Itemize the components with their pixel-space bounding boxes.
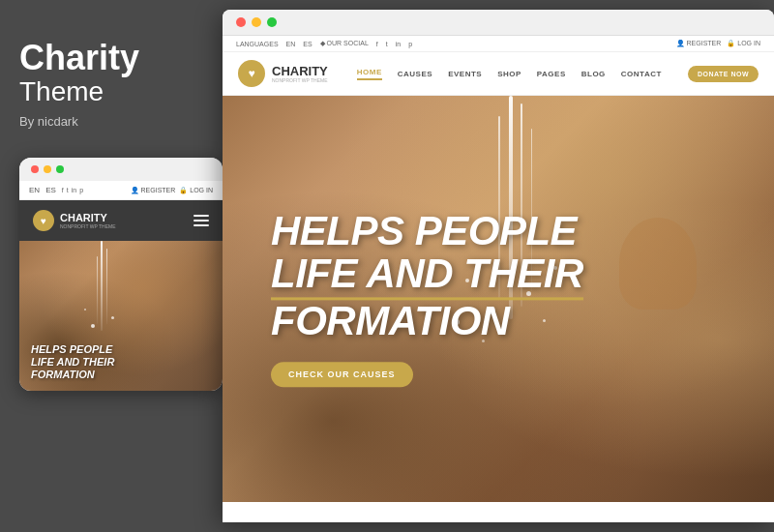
pinterest-icon[interactable]: p	[79, 187, 83, 193]
mobile-hero-title-line3: FORMATION	[31, 369, 114, 381]
desktop-pinterest-icon[interactable]: p	[408, 41, 412, 47]
nav-link-contact[interactable]: CONTACT	[621, 70, 662, 78]
left-panel: Charity Theme By nicdark EN ES f t in p	[0, 0, 237, 532]
linkedin-icon[interactable]: in	[72, 187, 76, 193]
nav-link-shop[interactable]: SHOP	[497, 70, 521, 78]
desktop-logo-text: CHARITY	[272, 65, 328, 77]
nav-link-causes[interactable]: CAUSES	[398, 70, 432, 78]
mobile-logo: ♥ CHARITY NONPROFIT WP THEME	[33, 210, 116, 231]
twitter-icon[interactable]: t	[67, 187, 69, 193]
desktop-topbar-left: LANGUAGES EN ES ◆ OUR SOCIAL f t in p	[236, 40, 412, 47]
desktop-topbar: LANGUAGES EN ES ◆ OUR SOCIAL f t in p 👤 …	[223, 36, 774, 52]
desktop-linkedin-icon[interactable]: in	[396, 41, 401, 47]
desktop-mockup: LANGUAGES EN ES ◆ OUR SOCIAL f t in p 👤 …	[223, 10, 774, 522]
facebook-icon[interactable]: f	[62, 187, 64, 193]
mobile-lang-es[interactable]: ES	[45, 186, 56, 194]
mobile-logo-tagline: NONPROFIT WP THEME	[60, 223, 116, 229]
mobile-hero-title-line2: LIFE AND THEIR	[31, 356, 114, 369]
mobile-topbar: EN ES f t in p 👤 REGISTER 🔒 LOG IN	[19, 181, 223, 200]
mobile-login-link[interactable]: 🔒 LOG IN	[179, 187, 213, 194]
hero-cta-button[interactable]: CHECK OUR CAUSES	[271, 363, 413, 388]
lang-en[interactable]: EN	[286, 41, 296, 47]
mobile-logo-icon: ♥	[33, 210, 54, 231]
desktop-nav-links: HOME CAUSES EVENTS SHOP PAGES BLOG CONTA…	[357, 68, 688, 80]
mobile-hero-text: HELPS PEOPLE LIFE AND THEIR FORMATION	[31, 343, 114, 382]
mobile-register-link[interactable]: 👤 REGISTER	[131, 187, 176, 194]
mobile-dot-yellow	[44, 165, 51, 173]
mobile-titlebar	[19, 158, 223, 181]
nav-link-blog[interactable]: BLOG	[581, 70, 606, 78]
desktop-hero: HELPS PEOPLE LIFE AND THEIR FORMATION CH…	[223, 96, 774, 502]
hamburger-line	[194, 220, 209, 222]
desktop-logo-icon: ♥	[238, 60, 265, 87]
hero-content: HELPS PEOPLE LIFE AND THEIR FORMATION CH…	[271, 210, 583, 387]
desktop-titlebar	[223, 10, 774, 36]
mobile-social-icons: f t in p	[62, 187, 83, 193]
desktop-logo: ♥ CHARITY NONPROFIT WP THEME	[238, 60, 328, 87]
theme-author: By nicdark	[19, 114, 218, 129]
desktop-login-link[interactable]: 🔒 LOG IN	[727, 40, 760, 47]
hamburger-line	[194, 215, 209, 217]
nav-link-pages[interactable]: PAGES	[537, 70, 566, 78]
lang-es[interactable]: ES	[303, 41, 312, 47]
desktop-dot-yellow	[252, 17, 261, 27]
nav-link-home[interactable]: HOME	[357, 68, 382, 80]
mobile-hero-title-line1: HELPS PEOPLE	[31, 343, 114, 356]
mobile-lang-en[interactable]: EN	[29, 186, 40, 194]
mobile-hero: HELPS PEOPLE LIFE AND THEIR FORMATION	[19, 241, 223, 391]
hero-title-line2: LIFE AND THEIR	[271, 252, 583, 300]
theme-title: Charity	[19, 39, 218, 77]
mobile-topbar-right: 👤 REGISTER 🔒 LOG IN	[131, 187, 213, 194]
mobile-logo-text: CHARITY	[60, 213, 116, 223]
nav-link-events[interactable]: EVENTS	[448, 70, 482, 78]
donate-now-button[interactable]: DONATE NOW	[688, 66, 759, 82]
hero-title-line3: FORMATION	[271, 301, 583, 343]
our-social-label: ◆ OUR SOCIAL	[320, 40, 369, 47]
theme-title-block: Charity Theme By nicdark	[19, 39, 218, 129]
mobile-header: ♥ CHARITY NONPROFIT WP THEME	[19, 200, 223, 241]
mobile-topbar-left: EN ES f t in p	[29, 186, 83, 194]
desktop-facebook-icon[interactable]: f	[376, 41, 378, 47]
mobile-dot-red	[31, 165, 39, 173]
theme-subtitle: Theme	[19, 77, 218, 107]
desktop-logo-tagline: NONPROFIT WP THEME	[272, 77, 328, 83]
desktop-topbar-right: 👤 REGISTER 🔒 LOG IN	[676, 40, 760, 47]
desktop-dot-green	[267, 17, 277, 27]
mobile-mockup: EN ES f t in p 👤 REGISTER 🔒 LOG IN ♥ CHA…	[19, 158, 223, 391]
mobile-hamburger-button[interactable]	[194, 215, 209, 226]
mobile-dot-green	[56, 165, 64, 173]
hero-title-line1: HELPS PEOPLE	[271, 210, 583, 252]
desktop-register-link[interactable]: 👤 REGISTER	[676, 40, 722, 47]
desktop-twitter-icon[interactable]: t	[386, 41, 388, 47]
desktop-dot-red	[236, 17, 246, 27]
hamburger-line	[194, 224, 209, 226]
desktop-nav: ♥ CHARITY NONPROFIT WP THEME HOME CAUSES…	[223, 52, 774, 96]
languages-link[interactable]: LANGUAGES	[236, 41, 279, 47]
